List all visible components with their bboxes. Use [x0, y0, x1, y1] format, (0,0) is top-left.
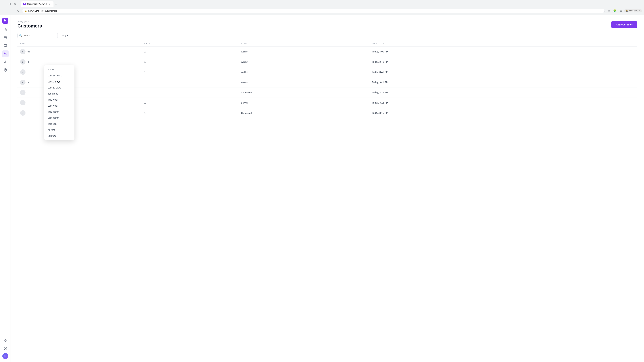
header-left: Moodjoy7434 Customers: [18, 20, 42, 29]
account-avatar[interactable]: M: [2, 17, 8, 24]
extensions-button[interactable]: 🧩: [612, 8, 618, 13]
table-header: NAME VISITS STATE UPDATED ⇕: [18, 41, 637, 46]
app-container: M U: [0, 15, 644, 362]
address-bar[interactable]: 🔒 new.waitwhile.com/customers: [22, 9, 605, 13]
url-display: new.waitwhile.com/customers: [28, 9, 57, 12]
table-row: e eli 2 Waitlist Today, 4:00 PM ⋯: [18, 46, 637, 57]
cell-visits: 1: [142, 67, 238, 77]
dropdown-option-custom[interactable]: Custom: [44, 133, 74, 139]
main-content: Moodjoy7434 Customers ⋮ Add customer 🔍 A…: [11, 15, 644, 362]
row-actions-button[interactable]: ⋯: [549, 100, 554, 105]
cell-updated: Today, 3:15 PM: [369, 108, 546, 118]
sidebar-item-home[interactable]: [2, 26, 9, 33]
browser-titlebar: ─ □ ✕ W Customers | Waitwhile ✕ +: [0, 0, 644, 7]
cell-actions: ⋯: [546, 67, 637, 77]
dropdown-option-thisweek[interactable]: This week: [44, 97, 74, 103]
cell-state: Waitlist: [238, 46, 369, 57]
col-header-actions: [546, 41, 637, 46]
minimize-button[interactable]: ─: [2, 2, 7, 6]
user-avatar[interactable]: U: [2, 353, 8, 359]
dropdown-option-lastweek[interactable]: Last week: [44, 103, 74, 109]
svg-rect-0: [4, 36, 6, 39]
address-bar-row: ← → ↻ 🔒 new.waitwhile.com/customers ☆ 🧩 …: [0, 7, 644, 15]
sort-icon: ⇕: [382, 43, 384, 45]
svg-point-4: [4, 53, 6, 54]
table-row: n n 1 Waitlist Today, 3:41 PM ⋯: [18, 57, 637, 67]
new-tab-button[interactable]: +: [54, 2, 58, 7]
row-actions-button[interactable]: ⋯: [549, 90, 554, 95]
dropdown-option-today[interactable]: Today: [44, 66, 74, 72]
page-header: Moodjoy7434 Customers ⋮ Add customer: [11, 15, 644, 33]
cell-state: Waitlist: [238, 67, 369, 77]
table-row: – 1 Serving Today, 3:15 PM ⋯: [18, 98, 637, 108]
sidebar-toggle-button[interactable]: ▤: [618, 8, 624, 13]
state-badge: Completed: [241, 112, 252, 114]
dropdown-option-last7[interactable]: Last 7 days: [44, 79, 74, 85]
date-filter-dropdown[interactable]: Any ▾: [60, 33, 71, 38]
sidebar-item-help[interactable]: [2, 345, 9, 352]
sidebar-item-bolt[interactable]: [2, 337, 9, 344]
cell-updated: Today, 3:41 PM: [369, 77, 546, 87]
reload-button[interactable]: ↻: [16, 8, 21, 13]
col-header-updated[interactable]: UPDATED ⇕: [369, 41, 546, 46]
cell-actions: ⋯: [546, 77, 637, 87]
sidebar-item-customers[interactable]: [2, 50, 9, 57]
customers-table-wrapper: NAME VISITS STATE UPDATED ⇕ e: [11, 41, 644, 118]
cell-state: Completed: [238, 108, 369, 118]
star-button[interactable]: ☆: [606, 8, 612, 13]
close-button[interactable]: ✕: [13, 2, 18, 6]
back-button[interactable]: ←: [2, 8, 8, 13]
incognito-label: Incognito (2): [629, 9, 640, 12]
dropdown-option-last24[interactable]: Last 24 hours: [44, 72, 74, 79]
row-actions-button[interactable]: ⋯: [549, 80, 554, 85]
search-input[interactable]: [18, 33, 58, 38]
search-wrapper: 🔍: [18, 33, 58, 38]
customer-avatar: –: [20, 69, 26, 75]
cell-actions: ⋯: [546, 57, 637, 67]
page-title: Customers: [18, 23, 42, 29]
cell-updated: Today, 4:00 PM: [369, 46, 546, 57]
cell-name: e eli: [18, 46, 142, 57]
add-customer-button[interactable]: Add customer: [611, 21, 637, 28]
cell-actions: ⋯: [546, 98, 637, 108]
customers-table: NAME VISITS STATE UPDATED ⇕ e: [18, 41, 637, 118]
row-actions-button[interactable]: ⋯: [549, 110, 554, 115]
maximize-button[interactable]: □: [8, 2, 12, 6]
browser-chrome: ─ □ ✕ W Customers | Waitwhile ✕ + ← → ↻ …: [0, 0, 644, 15]
cell-state: Waitlist: [238, 57, 369, 67]
state-badge: Waitlist: [241, 71, 248, 73]
forward-button[interactable]: →: [9, 8, 14, 13]
cell-visits: 1: [142, 57, 238, 67]
cell-state: Completed: [238, 87, 369, 98]
dropdown-option-alltime[interactable]: All time: [44, 127, 74, 133]
cell-updated: Today, 3:41 PM: [369, 57, 546, 67]
dropdown-option-yesterday[interactable]: Yesterday: [44, 91, 74, 97]
state-badge: Completed: [241, 91, 252, 94]
active-tab[interactable]: W Customers | Waitwhile ✕: [21, 1, 54, 7]
sidebar-item-analytics[interactable]: [2, 58, 9, 65]
table-row: – 1 Completed Today, 3:15 PM ⋯: [18, 87, 637, 98]
dropdown-option-last30[interactable]: Last 30 days: [44, 85, 74, 91]
col-header-name: NAME: [18, 41, 142, 46]
table-row: – 1 Waitlist Today, 3:41 PM ⋯: [18, 67, 637, 77]
dropdown-option-lastmonth[interactable]: Last month: [44, 115, 74, 121]
row-actions-button[interactable]: ⋯: [549, 49, 554, 54]
customer-name-text: n: [28, 60, 29, 63]
dropdown-option-thismonth[interactable]: This month: [44, 109, 74, 115]
cell-visits: 1: [142, 77, 238, 87]
sidebar-item-messages[interactable]: [2, 42, 9, 49]
state-badge: Waitlist: [241, 61, 248, 63]
svg-point-8: [5, 69, 6, 70]
row-actions-button[interactable]: ⋯: [549, 69, 554, 75]
tab-close-button[interactable]: ✕: [48, 3, 51, 5]
sidebar-item-calendar[interactable]: [2, 34, 9, 41]
col-header-visits: VISITS: [142, 41, 238, 46]
row-actions-button[interactable]: ⋯: [549, 59, 554, 64]
sidebar-item-settings[interactable]: [2, 66, 9, 73]
more-options-button[interactable]: ⋮: [603, 21, 609, 27]
cell-updated: Today, 3:15 PM: [369, 98, 546, 108]
dropdown-option-thisyear[interactable]: This year: [44, 121, 74, 127]
state-badge: Waitlist: [241, 50, 248, 53]
lock-icon: 🔒: [24, 9, 27, 12]
tab-favicon: W: [23, 3, 26, 5]
